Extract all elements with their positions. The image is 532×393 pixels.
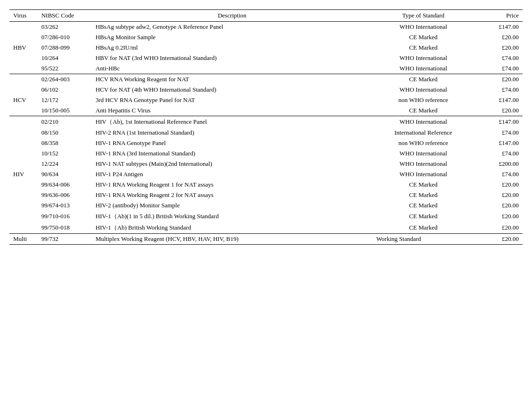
header-type: Type of Standard xyxy=(372,10,474,22)
cell-virus xyxy=(9,222,38,234)
cell-type: non WHO reference xyxy=(372,138,474,148)
cell-virus xyxy=(9,179,38,190)
cell-price: £147.00 xyxy=(474,116,523,128)
cell-price: £20.00 xyxy=(474,200,523,211)
cell-type: CE Marked xyxy=(372,200,474,211)
footer-type: Working Standard xyxy=(372,234,474,245)
table-row: 10/152HIV-1 RNA (3rd International Stand… xyxy=(9,148,523,159)
footer-description: Multiplex Working Reagent (HCV, HBV, HAV… xyxy=(92,234,372,245)
cell-description: 3rd HCV RNA Genotype Panel for NAT xyxy=(92,95,372,105)
cell-virus: HIV xyxy=(9,169,38,179)
cell-nibsc: 99/636-006 xyxy=(38,190,92,200)
cell-price: £74.00 xyxy=(474,63,523,74)
cell-nibsc: 02/210 xyxy=(38,116,92,128)
cell-description: Anti Hepatitis C Virus xyxy=(92,105,372,116)
table-row: 99/634-006HIV-1 RNA Working Reagent 1 fo… xyxy=(9,179,523,190)
cell-type: non WHO reference xyxy=(372,95,474,105)
cell-virus xyxy=(9,22,38,33)
table-row: 08/150HIV-2 RNA (1st International Stand… xyxy=(9,128,523,138)
table-row: 06/102HCV for NAT (4th WHO International… xyxy=(9,85,523,95)
cell-type: CE Marked xyxy=(372,190,474,200)
cell-nibsc: 08/150 xyxy=(38,128,92,138)
cell-description: HBsAg 0.2IU/ml xyxy=(92,43,372,53)
cell-description: HIV-1（Ab)(1 in 5 dil.) British Working S… xyxy=(92,211,372,222)
cell-nibsc: 99/634-006 xyxy=(38,179,92,190)
cell-nibsc: 10/152 xyxy=(38,148,92,159)
cell-nibsc: 07/286-010 xyxy=(38,32,92,43)
footer-virus: Multi xyxy=(9,234,38,245)
cell-type: WHO International xyxy=(372,22,474,33)
cell-description: HIV-1 P24 Antigen xyxy=(92,169,372,179)
table-row: 07/286-010HBsAg Monitor SampleCE Marked£… xyxy=(9,32,523,43)
cell-description: HBsAg subtype adw2, Genotype A Reference… xyxy=(92,22,372,33)
cell-virus: HCV xyxy=(9,95,38,105)
cell-nibsc: 99/750-018 xyxy=(38,222,92,234)
header-price: Price xyxy=(474,10,523,22)
cell-description: HIV-1 RNA Working Reagent 2 for NAT assa… xyxy=(92,190,372,200)
cell-virus xyxy=(9,148,38,159)
header-nibsc: NIBSC Code xyxy=(38,10,92,22)
cell-nibsc: 12/224 xyxy=(38,159,92,169)
cell-description: Anti-HBc xyxy=(92,63,372,74)
cell-virus xyxy=(9,116,38,128)
cell-virus xyxy=(9,85,38,95)
table-row: 99/750-018HIV-1（Ab) British Working Stan… xyxy=(9,222,523,234)
table-row: 12/224HIV-1 NAT subtypes (Main)(2nd Inte… xyxy=(9,159,523,169)
cell-nibsc: 10/264 xyxy=(38,53,92,63)
cell-description: HIV-1 RNA Genotype Panel xyxy=(92,138,372,148)
cell-price: £20.00 xyxy=(474,43,523,53)
cell-price: £20.00 xyxy=(474,211,523,222)
cell-price: £147.00 xyxy=(474,22,523,33)
cell-description: HIV-1（Ab) British Working Standard xyxy=(92,222,372,234)
cell-nibsc: 03/262 xyxy=(38,22,92,33)
cell-virus xyxy=(9,105,38,116)
cell-type: CE Marked xyxy=(372,179,474,190)
table-row: 03/262HBsAg subtype adw2, Genotype A Ref… xyxy=(9,22,523,33)
cell-price: £200.00 xyxy=(474,159,523,169)
footer-nibsc: 99/732 xyxy=(38,234,92,245)
table-row: HCV12/1723rd HCV RNA Genotype Panel for … xyxy=(9,95,523,105)
cell-price: £147.00 xyxy=(474,138,523,148)
table-row: 02/210HIV（Ab), 1st International Referen… xyxy=(9,116,523,128)
cell-price: £147.00 xyxy=(474,95,523,105)
cell-nibsc: 10/150-005 xyxy=(38,105,92,116)
cell-price: £74.00 xyxy=(474,148,523,159)
cell-price: £20.00 xyxy=(474,32,523,43)
cell-price: £74.00 xyxy=(474,169,523,179)
cell-type: WHO International xyxy=(372,116,474,128)
footer-row: Multi 99/732 Multiplex Working Reagent (… xyxy=(9,234,523,245)
cell-type: WHO International xyxy=(372,159,474,169)
cell-description: HIV（Ab), 1st International Reference Pan… xyxy=(92,116,372,128)
cell-type: WHO International xyxy=(372,53,474,63)
cell-virus xyxy=(9,211,38,222)
cell-description: HIV-2 RNA (1st International Standard) xyxy=(92,128,372,138)
cell-nibsc: 99/674-013 xyxy=(38,200,92,211)
cell-virus: HBV xyxy=(9,43,38,53)
cell-description: HBV for NAT (3rd WHO International Stand… xyxy=(92,53,372,63)
table-row: 10/150-005Anti Hepatitis C VirusCE Marke… xyxy=(9,105,523,116)
cell-price: £20.00 xyxy=(474,190,523,200)
cell-price: £20.00 xyxy=(474,74,523,85)
table-row: 99/636-006HIV-1 RNA Working Reagent 2 fo… xyxy=(9,190,523,200)
cell-nibsc: 12/172 xyxy=(38,95,92,105)
cell-nibsc: 06/102 xyxy=(38,85,92,95)
cell-virus xyxy=(9,74,38,85)
cell-type: CE Marked xyxy=(372,105,474,116)
cell-type: CE Marked xyxy=(372,211,474,222)
cell-description: HIV-1 NAT subtypes (Main)(2nd Internatio… xyxy=(92,159,372,169)
cell-virus xyxy=(9,32,38,43)
table-row: 10/264HBV for NAT (3rd WHO International… xyxy=(9,53,523,63)
cell-virus xyxy=(9,200,38,211)
cell-description: HCV RNA Working Reagent for NAT xyxy=(92,74,372,85)
cell-price: £74.00 xyxy=(474,85,523,95)
cell-type: WHO International xyxy=(372,63,474,74)
cell-virus xyxy=(9,159,38,169)
cell-virus xyxy=(9,190,38,200)
table-row: 99/710-016HIV-1（Ab)(1 in 5 dil.) British… xyxy=(9,211,523,222)
table-row: 02/264-003HCV RNA Working Reagent for NA… xyxy=(9,74,523,85)
cell-price: £74.00 xyxy=(474,53,523,63)
cell-price: £20.00 xyxy=(474,179,523,190)
cell-description: HIV-2 (antibody) Monitor Sample xyxy=(92,200,372,211)
cell-type: International Reference xyxy=(372,128,474,138)
cell-nibsc: 95/522 xyxy=(38,63,92,74)
